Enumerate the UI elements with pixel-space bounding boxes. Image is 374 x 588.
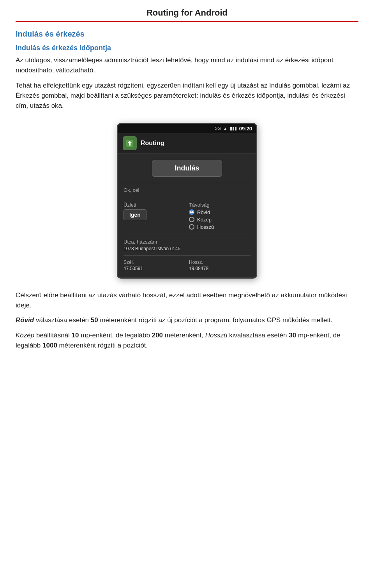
paragraph-4: Rövid választása esetén 50 méterenként r… [16, 315, 358, 325]
szel-label: Szél. [123, 260, 185, 265]
utca-section: Utca, házszám 1078 Budapest István út 45 [123, 239, 251, 251]
phone-status-bar: 3G ▲ ▮▮▮ 09:20 [118, 124, 256, 133]
kozep-text: Közép [16, 332, 34, 339]
network-icon: 3G [215, 126, 221, 131]
section-heading: Indulás és érkezés [16, 30, 358, 39]
hossz-value: 19.08478 [189, 266, 251, 271]
radio-hosszu[interactable]: Hosszú [189, 224, 251, 230]
10-text: 10 [72, 332, 79, 339]
divider-3 [123, 235, 251, 235]
indulas-button[interactable]: Indulás [152, 160, 222, 177]
phone-screen: 3G ▲ ▮▮▮ 09:20 Routing Indulás Ok, cél [117, 123, 257, 279]
uzleti-tavolsag-row: Üzleti Igen Távolság Rövid [123, 202, 251, 230]
app-title: Routing [141, 140, 164, 147]
utca-value: 1078 Budapest István út 45 [123, 246, 251, 251]
divider-4 [123, 255, 251, 256]
rovid-text: Rövid [16, 316, 34, 324]
utca-label: Utca, házszám [123, 239, 251, 245]
paragraph-1: Az utólagos, visszamelőleges adminisztrá… [16, 55, 358, 76]
50-text: 50 [91, 316, 98, 324]
sub-heading: Indulás és érkezés időpontja [16, 44, 358, 52]
paragraph-2: Tehát ha elfelejtettünk egy utazást rögz… [16, 81, 358, 111]
200-text: 200 [152, 332, 163, 339]
hossz-label: Hossz. [189, 260, 251, 265]
ok-cel-row: Ok, cél [123, 187, 251, 193]
phone-screenshot-container: 3G ▲ ▮▮▮ 09:20 Routing Indulás Ok, cél [16, 123, 358, 279]
coords-row: Szél. 47.50591 Hossz. 19.08478 [123, 260, 251, 271]
tavolsag-label: Távolság [189, 202, 251, 208]
ok-cel-label: Ok, cél [123, 187, 155, 193]
signal-icon: ▲ [223, 126, 228, 131]
1000-text: 1000 [42, 342, 57, 349]
app-icon [123, 136, 137, 150]
radio-circle-rovid [189, 209, 194, 215]
radio-group: Rövid Közép Hosszú [189, 209, 251, 230]
tavolsag-col: Távolság Rövid Közép [189, 202, 251, 230]
hossz-box: Hossz. 19.08478 [189, 260, 251, 271]
phone-content: Indulás Ok, cél Üzleti Igen Távolság [118, 154, 256, 277]
igen-button[interactable]: Igen [123, 209, 146, 220]
uzleti-label: Üzleti [123, 202, 185, 208]
uzleti-col: Üzleti Igen [123, 202, 185, 230]
szel-value: 47.50591 [123, 266, 185, 271]
radio-circle-kozep [189, 217, 194, 222]
page-title: Routing for Android [16, 8, 358, 22]
radio-kozep[interactable]: Közép [189, 217, 251, 223]
radio-rovid[interactable]: Rövid [189, 209, 251, 215]
hosszu-text: Hosszú [205, 332, 228, 339]
radio-label-rovid: Rövid [197, 209, 210, 215]
szel-box: Szél. 47.50591 [123, 260, 185, 271]
status-time: 09:20 [239, 126, 252, 132]
phone-title-bar: Routing [118, 133, 256, 154]
battery-icon: ▮▮▮ [230, 126, 237, 131]
paragraph-5: Közép beállításnál 10 mp-enként, de lega… [16, 330, 358, 351]
divider-2 [123, 198, 251, 198]
radio-label-kozep: Közép [197, 217, 212, 223]
radio-circle-hosszu [189, 224, 194, 230]
radio-label-hosszu: Hosszú [197, 224, 214, 230]
divider-1 [123, 183, 251, 183]
paragraph-3: Célszerű előre beállítani az utazás várh… [16, 290, 358, 311]
30-text: 30 [289, 332, 296, 339]
